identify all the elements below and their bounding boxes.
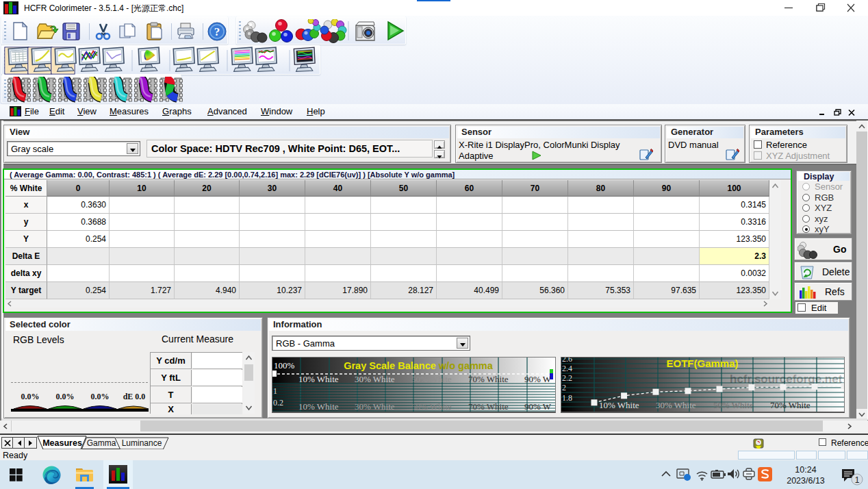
svg-text:Gamma: Gamma [87, 438, 116, 448]
svg-text:30% White: 30% White [355, 374, 395, 384]
svg-text:2.2: 2.2 [562, 373, 572, 383]
svg-text:50% White: 50% White [411, 374, 452, 384]
svg-text:1.8: 1.8 [562, 393, 572, 403]
svg-text:Measures: Measures [42, 438, 82, 448]
svg-text:50% White: 50% White [713, 400, 754, 410]
svg-text:Luminance: Luminance [122, 438, 162, 448]
svg-text:2: 2 [562, 383, 566, 392]
svg-text:50% White: 50% White [411, 401, 452, 412]
svg-text:10% White: 10% White [298, 401, 339, 412]
svg-text:?: ? [214, 25, 220, 38]
svg-text:0.2: 0.2 [273, 398, 283, 408]
svg-text:30% White: 30% White [656, 400, 696, 410]
svg-text:10% White: 10% White [599, 400, 639, 410]
svg-text:0.0%: 0.0% [21, 392, 40, 401]
svg-text:1: 1 [273, 386, 277, 396]
svg-text:70% White: 70% White [468, 401, 509, 412]
svg-text:70% White: 70% White [770, 400, 810, 410]
svg-text:hcfr.sourceforge.net: hcfr.sourceforge.net [730, 373, 843, 386]
svg-text:10% White: 10% White [298, 374, 339, 384]
svg-text:30% White: 30% White [355, 401, 395, 412]
svg-text:EOTF(Gamma): EOTF(Gamma) [666, 358, 738, 369]
svg-text:dE 0.0: dE 0.0 [123, 392, 146, 401]
svg-text:2.4: 2.4 [562, 364, 572, 373]
svg-text:1: 1 [855, 475, 860, 485]
svg-text:90% W: 90% W [524, 374, 552, 384]
svg-text:2.6: 2.6 [562, 358, 572, 364]
svg-text:Gray Scale Balance w/o gamma: Gray Scale Balance w/o gamma [344, 360, 494, 371]
svg-text:70% White: 70% White [468, 374, 509, 384]
svg-text:0.0%: 0.0% [91, 392, 110, 401]
svg-text:0.0%: 0.0% [56, 392, 75, 401]
svg-text:100%: 100% [274, 360, 295, 371]
svg-text:90% W: 90% W [524, 401, 552, 412]
